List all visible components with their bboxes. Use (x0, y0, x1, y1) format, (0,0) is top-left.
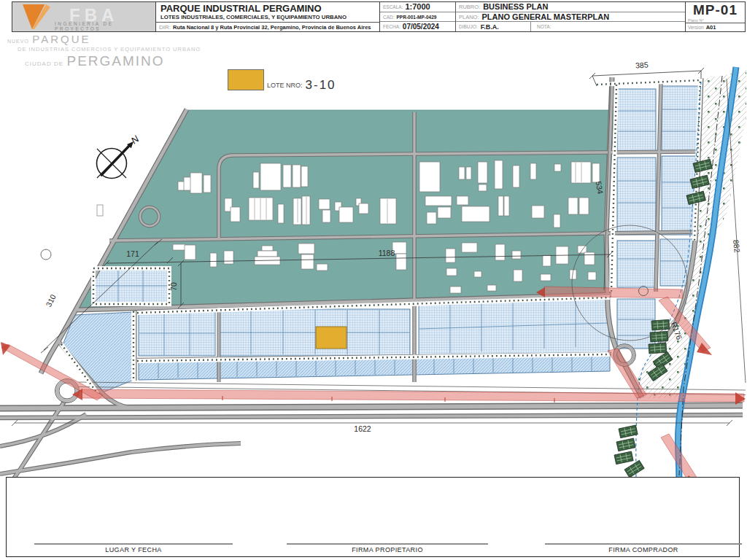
lot-color-swatch (228, 69, 264, 90)
version-label: Version (688, 25, 704, 30)
signature-propietario: FIRMA PROPIETARIO (287, 543, 488, 553)
dibujo-value: F.B.A. (481, 23, 499, 31)
company-logo: FBA INGENIERIA DE PROYECTOS (12, 2, 156, 31)
signature-box: LUGAR Y FECHA FIRMA PROPIETARIO FIRMA CO… (6, 477, 740, 557)
signature-comprador: FIRMA COMPRADOR (545, 543, 742, 553)
rubro-value: BUSINESS PLAN (483, 2, 548, 11)
dir-value: Ruta Nacional 8 y Ruta Provincial 32, Pe… (173, 24, 371, 31)
version-value: A01 (706, 24, 716, 31)
heading-pre: NUEVO (7, 39, 29, 44)
site-plan-drawing: 385 534 882 171 70 1188 310 1622 R176 N (0, 0, 747, 560)
plano-value: PLANO GENERAL MASTERPLAN (482, 12, 610, 21)
cad-label: CAD: (383, 15, 395, 20)
title-block: FBA INGENIERIA DE PROYECTOS PARQUE INDUS… (12, 1, 746, 32)
project-title: PARQUE INDUSTRIAL PERGAMINO (160, 4, 375, 14)
sheet-number-block: MP-01 Plano N° Version A01 (686, 2, 745, 31)
masterplan-sheet: 385 534 882 171 70 1188 310 1622 R176 N … (0, 0, 747, 560)
rubro-label: RUBRO: (459, 4, 480, 10)
meta-right-column: RUBRO: BUSINESS PLAN PLANO: PLANO GENERA… (456, 2, 686, 31)
sheet-code: MP-01 (686, 2, 745, 18)
signature-lugar-fecha: LUGAR Y FECHA (34, 543, 233, 553)
plano-label: PLANO: (459, 14, 479, 20)
dim-385: 385 (635, 61, 649, 70)
heading-city: PERGAMINO (66, 53, 164, 69)
lot-legend-value: 3-10 (306, 79, 336, 90)
escala-label: ESCALA: (383, 4, 403, 9)
dir-label: DIR: (159, 24, 171, 31)
heading-title: PARQUE (32, 33, 90, 45)
fecha-label: FECHA: (383, 24, 400, 29)
fecha-value: 07/05/2024 (403, 23, 439, 31)
heading-city-pre: CIUDAD DE (25, 61, 63, 67)
logo-tagline: INGENIERIA DE PROYECTOS (55, 21, 155, 31)
dim-1622: 1622 (354, 424, 371, 433)
highlight-lot-3-10 (316, 327, 347, 349)
lot-legend-label: LOTE NRO: (267, 82, 303, 89)
cad-value: PPR-001-MP-0429 (397, 15, 437, 20)
dim-882: 882 (732, 239, 742, 253)
meta-left-column: ESCALA: 1:7000 CAD: PPR-001-MP-0429 FECH… (380, 2, 456, 31)
nota-label: NOTA: (537, 24, 551, 29)
project-info: PARQUE INDUSTRIAL PERGAMINO LOTES INDUST… (156, 2, 380, 31)
dim-1188: 1188 (379, 249, 395, 257)
north-compass: N (97, 133, 142, 178)
heading-subtitle: DE INDUSTRIAS COMERCIOS Y EQUIPAMIENTO U… (18, 47, 201, 52)
escala-value: 1:7000 (405, 2, 430, 11)
dim-310: 310 (44, 292, 58, 308)
lot-legend: LOTE NRO: 3-10 (228, 69, 336, 90)
plano-n-label: Plano N° (688, 18, 704, 23)
project-subtitle: LOTES INDUSTRIALES, COMERCIALES, Y EQUIP… (160, 14, 375, 20)
dim-70: 70 (169, 282, 178, 291)
dim-171: 171 (126, 249, 139, 258)
park-heading: NUEVO PARQUE DE INDUSTRIAS COMERCIOS Y E… (7, 34, 201, 68)
dibujo-label: DIBUJO: (459, 24, 478, 29)
